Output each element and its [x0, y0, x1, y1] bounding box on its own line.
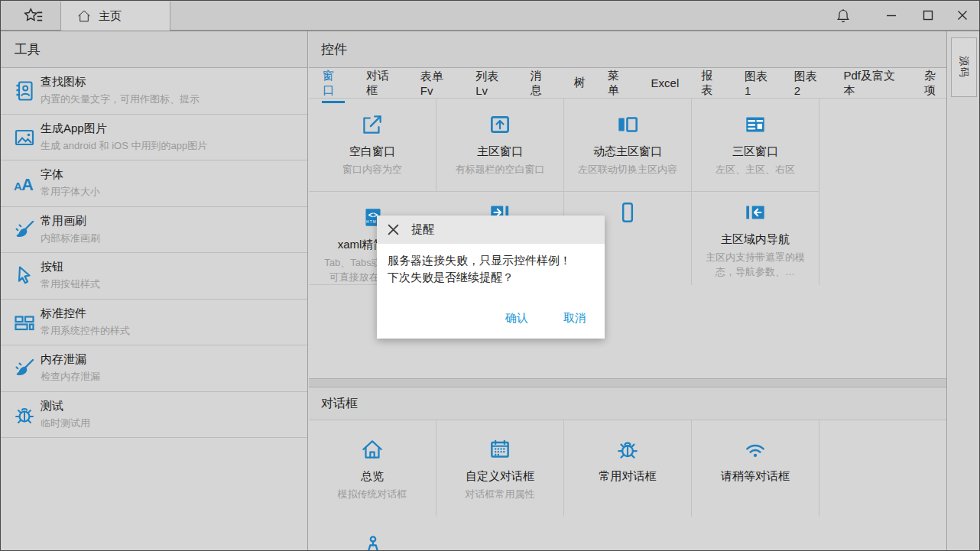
tile-title: 三区窗口	[692, 144, 819, 159]
tab-form-fv[interactable]: 表单Fv	[420, 63, 454, 104]
tab-excel[interactable]: Excel	[651, 70, 680, 96]
tile-title: 空白窗口	[309, 144, 436, 159]
sidebar-item-subtitle: 内置的矢量文字，可用作图标、提示	[41, 92, 200, 106]
tile-title: 主区窗口	[436, 144, 563, 159]
sidebar-item-brushes[interactable]: 常用画刷 内部标准画刷	[1, 207, 307, 254]
split-pane-icon	[615, 112, 641, 138]
reminder-dialog: 提醒 服务器连接失败，只显示控件样例！ 下次失败是否继续提醒？ 确认 取消	[377, 216, 605, 339]
font-icon: A A	[12, 171, 37, 196]
tile-region-navigation[interactable]: 主区域内导航 主区内支持带遮罩的模 态，导航参数、…	[692, 192, 819, 285]
sidebar-header: 工具	[1, 31, 307, 68]
sidebar-item-find-icons[interactable]: 查找图标 内置的矢量文字，可用作图标、提示	[1, 68, 307, 115]
sidebar-item-title: 按钮	[41, 260, 63, 274]
tile-subtitle: 有标题栏的空白窗口	[436, 162, 563, 177]
tab-pdf-richtext[interactable]: Pdf及富文本	[842, 62, 903, 105]
tile-title: 请稍等对话框	[692, 469, 819, 484]
cursor-icon	[12, 264, 37, 288]
tile-please-wait-dialog[interactable]: 请稍等对话框	[692, 420, 819, 517]
sidebar-item-subtitle: 常用按钮样式	[41, 277, 100, 291]
sidebar-item-title: 标准控件	[41, 306, 86, 321]
source-code-rail-tab[interactable]: 源码	[951, 37, 977, 97]
confirm-button[interactable]: 确认	[505, 311, 528, 326]
tile-subtitle: 左区联动切换主区内容	[564, 162, 691, 177]
tile-title: 总览	[309, 469, 436, 484]
tile-common-dialogs[interactable]: 常用对话框	[564, 420, 692, 517]
dialog-message: 服务器连接失败，只显示控件样例！ 下次失败是否继续提醒？	[377, 244, 605, 286]
tile-subtitle: 对话框常用属性	[436, 487, 563, 501]
sidebar-item-fonts[interactable]: A A 字体 常用字体大小	[1, 160, 307, 207]
tab-chart1[interactable]: 图表1	[744, 63, 773, 104]
maximize-button[interactable]	[911, 1, 945, 30]
wifi-icon	[742, 436, 768, 462]
tile-title: 动态主区窗口	[564, 144, 691, 159]
dialog-section-header: 对话框	[309, 387, 946, 420]
brush-icon	[12, 356, 37, 381]
minimize-button[interactable]	[875, 1, 908, 30]
tab-home[interactable]: 主页	[60, 2, 170, 31]
dialog-close-icon[interactable]	[387, 223, 400, 236]
sidebar-item-subtitle: 临时测试用	[41, 416, 90, 430]
sidebar-item-title: 内存泄漏	[41, 352, 86, 367]
sidebar-item-title: 常用画刷	[41, 214, 86, 229]
sidebar-item-standard-controls[interactable]: 标准控件 常用系统控件的样式	[1, 300, 307, 346]
cancel-button[interactable]: 取消	[563, 311, 586, 326]
bug-icon	[12, 403, 37, 427]
tile-title: 主区域内导航	[692, 232, 819, 247]
main-area-window-icon	[487, 112, 513, 138]
dialog-section-grid: 总览 模拟传统对话框 自定义对话框 对话框常用属性 常用对话框	[309, 420, 946, 551]
tile-title: 自定义对话框	[436, 469, 563, 484]
pin-icon	[360, 533, 386, 551]
sidebar-item-title: 测试	[41, 399, 63, 413]
tile-custom-dialog[interactable]: 自定义对话框 对话框常用属性	[436, 420, 564, 517]
sidebar-item-memory-leak[interactable]: 内存泄漏 检查内存泄漏	[1, 345, 307, 392]
tile-dialog-overview[interactable]: 总览 模拟传统对话框	[309, 420, 436, 517]
sidebar-item-subtitle: 内部标准画刷	[41, 232, 100, 245]
image-icon	[12, 125, 37, 150]
notifications-button[interactable]	[829, 3, 857, 29]
tab-dialog[interactable]: 对话框	[365, 62, 399, 105]
sidebar-item-subtitle: 常用系统控件的样式	[41, 324, 130, 338]
three-pane-icon	[742, 112, 768, 138]
bell-icon	[834, 6, 852, 26]
tile-title: 常用对话框	[564, 469, 691, 484]
tile-drag-marker[interactable]: 拖拽标志 拖拽目标元素时对话框 作为标志显示拖拽状态	[309, 517, 436, 551]
tools-sidebar: 工具 查找图标 内置的矢量文字，可用作图标、提示 生成App图片 生成 andr…	[1, 31, 308, 551]
close-button[interactable]	[946, 1, 979, 30]
bug-icon	[615, 436, 641, 462]
tile-subtitle: 左区、主区、右区	[692, 162, 819, 177]
brush-icon	[12, 218, 37, 242]
right-rail: 源码	[948, 31, 980, 551]
svg-text:<>: <>	[368, 210, 377, 219]
favorites-button[interactable]	[15, 4, 53, 30]
sidebar-item-test[interactable]: 测试 临时测试用	[1, 392, 307, 439]
tab-message[interactable]: 消息	[530, 62, 553, 105]
svg-text:A: A	[21, 175, 34, 194]
layout-grid-icon	[12, 310, 37, 335]
tab-menu[interactable]: 菜单	[607, 62, 630, 105]
home-icon	[359, 436, 385, 462]
tab-window[interactable]: 窗口	[322, 62, 345, 105]
tab-home-label: 主页	[99, 9, 122, 24]
close-icon	[957, 10, 968, 21]
tile-blank-window[interactable]: 空白窗口 窗口内容为空	[309, 99, 436, 192]
sidebar-item-buttons[interactable]: 按钮 常用按钮样式	[1, 253, 307, 300]
tile-three-pane-window[interactable]: 三区窗口 左区、主区、右区	[692, 99, 819, 192]
phone-icon	[615, 199, 641, 225]
tab-list-lv[interactable]: 列表Lv	[475, 63, 509, 104]
sidebar-item-title: 生成App图片	[41, 122, 107, 136]
contact-card-icon	[12, 79, 37, 103]
tile-subtitle: 模拟传统对话框	[309, 487, 436, 501]
tab-report[interactable]: 报表	[700, 62, 723, 105]
app-window: { "titlebar": { "tab_label": "主页" }, "si…	[0, 0, 980, 551]
calendar-icon	[487, 436, 513, 462]
tab-tree[interactable]: 树	[573, 69, 586, 97]
titlebar: 主页	[1, 1, 980, 31]
open-new-window-icon	[359, 112, 385, 138]
tile-subtitle: 窗口内容为空	[309, 162, 436, 177]
sidebar-item-app-images[interactable]: 生成App图片 生成 android 和 iOS 中用到的app图片	[1, 115, 307, 161]
tile-main-area-window[interactable]: 主区窗口 有标题栏的空白窗口	[436, 99, 564, 192]
tab-misc[interactable]: 杂项	[923, 62, 946, 105]
region-nav-icon	[742, 199, 768, 225]
tile-dynamic-main-window[interactable]: 动态主区窗口 左区联动切换主区内容	[564, 99, 692, 192]
tab-chart2[interactable]: 图表2	[793, 63, 823, 104]
